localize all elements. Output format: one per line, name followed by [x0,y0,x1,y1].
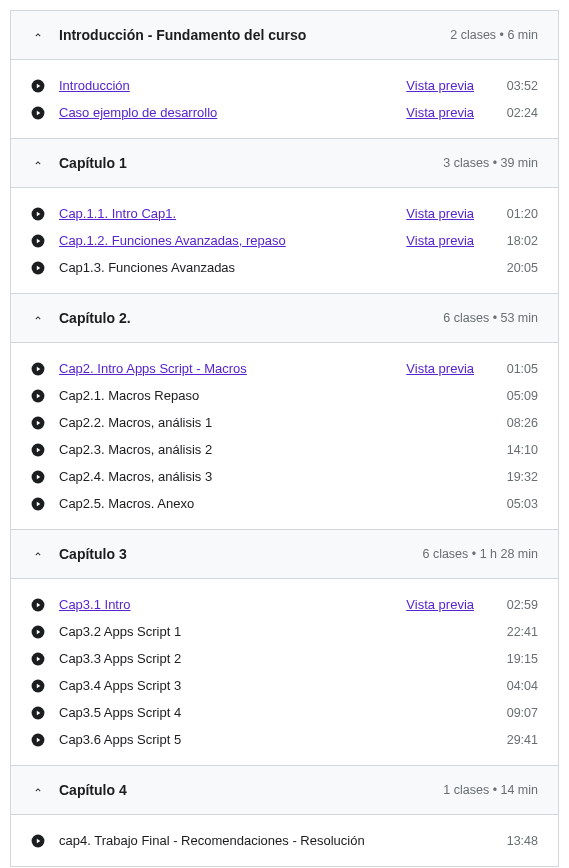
lecture-row: Cap2. Intro Apps Script - MacrosVista pr… [11,355,558,382]
play-icon [31,497,45,511]
lecture-title-link[interactable]: Cap.1.1. Intro Cap1. [59,206,406,221]
lecture-duration: 09:07 [496,706,538,720]
lecture-title: Cap1.3. Funciones Avanzadas [59,260,496,275]
play-icon [31,679,45,693]
section-title: Capítulo 2. [59,310,443,326]
lecture-title-link[interactable]: Cap2. Intro Apps Script - Macros [59,361,406,376]
chevron-up-icon [31,311,45,325]
section-header[interactable]: Capítulo 2.6 clases • 53 min [11,293,558,343]
section-meta: 2 clases • 6 min [450,28,538,42]
preview-link[interactable]: Vista previa [406,206,474,221]
lecture-title: Cap2.4. Macros, análisis 3 [59,469,496,484]
lecture-duration: 18:02 [496,234,538,248]
lecture-row: Cap.1.2. Funciones Avanzadas, repasoVist… [11,227,558,254]
play-icon [31,362,45,376]
section-header[interactable]: Capítulo 36 clases • 1 h 28 min [11,529,558,579]
play-icon [31,416,45,430]
lecture-list: Cap.1.1. Intro Cap1.Vista previa01:20Cap… [11,188,558,293]
chevron-up-icon [31,547,45,561]
section-header[interactable]: Capítulo 13 clases • 39 min [11,138,558,188]
lecture-list: Cap2. Intro Apps Script - MacrosVista pr… [11,343,558,529]
chevron-up-icon [31,783,45,797]
play-icon [31,443,45,457]
lecture-title: Cap3.4 Apps Script 3 [59,678,496,693]
lecture-row: Cap1.3. Funciones Avanzadas20:05 [11,254,558,281]
section-header[interactable]: Introducción - Fundamento del curso2 cla… [11,11,558,60]
lecture-title-link[interactable]: Introducción [59,78,406,93]
section-header[interactable]: Capítulo 41 clases • 14 min [11,765,558,815]
lecture-title: Cap2.1. Macros Repaso [59,388,496,403]
lecture-duration: 02:59 [496,598,538,612]
lecture-row: Cap.1.1. Intro Cap1.Vista previa01:20 [11,200,558,227]
lecture-duration: 01:05 [496,362,538,376]
lecture-title: Cap3.3 Apps Script 2 [59,651,496,666]
preview-link[interactable]: Vista previa [406,78,474,93]
lecture-row: Cap2.5. Macros. Anexo05:03 [11,490,558,517]
lecture-title: Cap2.3. Macros, análisis 2 [59,442,496,457]
section-title: Capítulo 1 [59,155,443,171]
play-icon [31,652,45,666]
chevron-up-icon [31,28,45,42]
play-icon [31,706,45,720]
lecture-row: Cap2.1. Macros Repaso05:09 [11,382,558,409]
lecture-row: Cap2.3. Macros, análisis 214:10 [11,436,558,463]
section-title: Introducción - Fundamento del curso [59,27,450,43]
section-meta: 6 clases • 1 h 28 min [422,547,538,561]
play-icon [31,261,45,275]
play-icon [31,733,45,747]
lecture-row: Cap3.4 Apps Script 304:04 [11,672,558,699]
lecture-duration: 22:41 [496,625,538,639]
course-sections: Introducción - Fundamento del curso2 cla… [10,10,559,867]
lecture-title: Cap3.6 Apps Script 5 [59,732,496,747]
lecture-title-link[interactable]: Caso ejemplo de desarrollo [59,105,406,120]
lecture-title: cap4. Trabajo Final - Recomendaciones - … [59,833,496,848]
lecture-row: Cap2.4. Macros, análisis 319:32 [11,463,558,490]
lecture-duration: 04:04 [496,679,538,693]
lecture-duration: 01:20 [496,207,538,221]
lecture-row: Cap3.5 Apps Script 409:07 [11,699,558,726]
section-title: Capítulo 4 [59,782,443,798]
lecture-duration: 02:24 [496,106,538,120]
lecture-list: cap4. Trabajo Final - Recomendaciones - … [11,815,558,866]
lecture-duration: 19:15 [496,652,538,666]
lecture-title: Cap3.2 Apps Script 1 [59,624,496,639]
lecture-duration: 08:26 [496,416,538,430]
section-meta: 1 clases • 14 min [443,783,538,797]
lecture-row: IntroducciónVista previa03:52 [11,72,558,99]
preview-link[interactable]: Vista previa [406,233,474,248]
preview-link[interactable]: Vista previa [406,597,474,612]
play-icon [31,106,45,120]
lecture-list: IntroducciónVista previa03:52Caso ejempl… [11,60,558,138]
section-meta: 6 clases • 53 min [443,311,538,325]
lecture-duration: 05:03 [496,497,538,511]
lecture-title: Cap2.5. Macros. Anexo [59,496,496,511]
lecture-title-link[interactable]: Cap3.1 Intro [59,597,406,612]
preview-link[interactable]: Vista previa [406,105,474,120]
lecture-duration: 19:32 [496,470,538,484]
lecture-row: Cap3.1 IntroVista previa02:59 [11,591,558,618]
play-icon [31,207,45,221]
lecture-title-link[interactable]: Cap.1.2. Funciones Avanzadas, repaso [59,233,406,248]
play-icon [31,234,45,248]
play-icon [31,625,45,639]
play-icon [31,598,45,612]
lecture-title: Cap3.5 Apps Script 4 [59,705,496,720]
section-title: Capítulo 3 [59,546,422,562]
lecture-duration: 29:41 [496,733,538,747]
lecture-row: Cap3.6 Apps Script 529:41 [11,726,558,753]
section-meta: 3 clases • 39 min [443,156,538,170]
lecture-title: Cap2.2. Macros, análisis 1 [59,415,496,430]
play-icon [31,79,45,93]
lecture-row: Cap3.3 Apps Script 219:15 [11,645,558,672]
lecture-row: Cap2.2. Macros, análisis 108:26 [11,409,558,436]
lecture-duration: 20:05 [496,261,538,275]
lecture-list: Cap3.1 IntroVista previa02:59Cap3.2 Apps… [11,579,558,765]
lecture-duration: 14:10 [496,443,538,457]
play-icon [31,470,45,484]
preview-link[interactable]: Vista previa [406,361,474,376]
lecture-duration: 13:48 [496,834,538,848]
lecture-row: Caso ejemplo de desarrolloVista previa02… [11,99,558,126]
lecture-row: cap4. Trabajo Final - Recomendaciones - … [11,827,558,854]
lecture-duration: 03:52 [496,79,538,93]
play-icon [31,389,45,403]
